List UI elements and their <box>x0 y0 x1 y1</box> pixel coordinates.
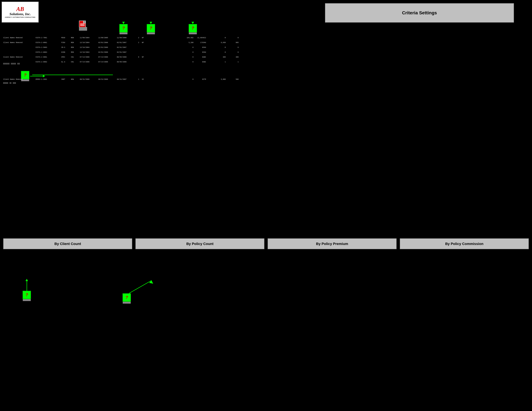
qmark-icon-mid[interactable]: ? <box>21 71 29 79</box>
zero-type: INET <box>61 78 71 80</box>
criteria-settings-bar: Criteria Settings <box>325 3 514 23</box>
date3: 02/01/2007 <box>117 42 135 44</box>
logo-agency: AGENCY AUTOMATION CONSULTING <box>5 17 36 18</box>
arrow-down-2 <box>150 22 152 24</box>
qmark-icon-lower-left[interactable]: ? <box>23 291 31 299</box>
zero-num3: 5,000 <box>213 78 226 80</box>
num4: 0 <box>226 37 238 39</box>
zero-num2: 0 <box>193 78 203 80</box>
date1: 07/14/2006 <box>80 56 98 58</box>
policy-num: VISTA-2-8004 <box>36 51 61 53</box>
by-client-count-label: By Client Count <box>55 242 81 246</box>
doc-lines <box>80 23 85 27</box>
tick-marks-2 <box>3 82 16 84</box>
code: CHU <box>203 47 213 48</box>
client-name: Client Names Removed <box>3 42 36 44</box>
date3: 02/01/2007 <box>117 51 135 53</box>
code: ABI <box>203 61 213 63</box>
num3: 0 <box>213 37 226 39</box>
by-policy-commission-label: By Policy Commission <box>445 242 483 246</box>
qmark-base-3 <box>189 32 197 34</box>
num2: 173 <box>193 42 203 44</box>
zero-status: NEW <box>71 78 80 80</box>
date1: 12/16/2004 <box>80 42 98 44</box>
pol-status: CN1 <box>71 61 80 63</box>
qmark-icon-lower-right[interactable]: ? <box>123 293 131 302</box>
nf: NF <box>142 37 148 39</box>
num1: 0 <box>180 51 193 53</box>
arrow-down-1 <box>122 22 125 24</box>
qmark-2-area: ? <box>147 22 155 34</box>
pol-status: REN <box>71 42 80 44</box>
num1: 0 <box>180 61 193 63</box>
qmark-lower-right: ? <box>123 293 131 304</box>
zero-n1: 1 <box>135 78 142 80</box>
policy-num: VISTA-2-9001 <box>36 56 61 58</box>
qmark-base-1 <box>119 32 127 34</box>
pol-type: PEAO <box>61 37 71 39</box>
pol-status: REN <box>71 47 80 48</box>
date1: 07/14/2006 <box>80 61 98 63</box>
arrow-right-group <box>30 75 45 77</box>
num3: 309 <box>213 56 226 58</box>
num1: 104,582 <box>180 37 193 39</box>
data-table: Client Names Removed VISTA-2-7001 PEAO R… <box>3 36 529 65</box>
by-policy-premium-button[interactable]: By Policy Premium <box>268 238 397 249</box>
code: CHU <box>203 51 213 53</box>
arrow-line-right <box>30 76 43 76</box>
qmark-lower-left: ? <box>23 279 31 301</box>
zero-num4: 500 <box>226 78 238 80</box>
num2: 0 <box>193 61 203 63</box>
code: AC2 <box>203 37 213 39</box>
num3: 0 <box>213 51 226 53</box>
bottom-buttons-bar: By Client Count By Policy Count By Polic… <box>3 238 529 249</box>
qmark-3-area: ? <box>189 22 197 34</box>
arrow-down-3 <box>191 22 194 24</box>
table-row: Client Names Removed VISTA-2-7001 PEAO R… <box>3 36 529 40</box>
by-policy-count-label: By Policy Count <box>186 242 214 246</box>
table-row: Client Names Removed VISTA-2-8001 FIDU R… <box>3 40 529 45</box>
zero-date3: 08/31/2007 <box>117 78 135 80</box>
code: CHU <box>203 42 213 44</box>
date3: 11/09/2006 <box>117 37 135 39</box>
pol-type: FIDU <box>61 42 71 44</box>
num3: 1 <box>213 61 226 63</box>
tick-marks-1 <box>3 63 20 65</box>
criteria-settings-label: Criteria Settings <box>402 10 437 16</box>
num1: 0 <box>180 56 193 58</box>
num1: 0 <box>180 47 193 48</box>
svg-marker-1 <box>149 280 153 284</box>
n1: 2 <box>135 42 142 44</box>
date2: 02/01/2006 <box>98 42 117 44</box>
qmark-1-area: ? <box>119 22 128 34</box>
qmark-icon-2[interactable]: ? <box>147 24 155 32</box>
n1: 2 <box>135 37 142 39</box>
date2: 07/14/2006 <box>98 61 117 63</box>
logo-ab: AB <box>16 6 24 12</box>
pol-status: REN <box>71 51 80 53</box>
pol-type: CR-S <box>61 47 71 48</box>
policy-num: VISTA-2-9002 <box>36 61 61 63</box>
zero-table-row: Client Names Removed ZERO2-1-2001 INET N… <box>3 78 238 80</box>
date2: 07/14/2006 <box>98 56 117 58</box>
zero-policy: ZERO2-1-2001 <box>36 78 61 80</box>
code: ABI <box>203 56 213 58</box>
client-name: Client Names Removed <box>3 56 36 58</box>
by-policy-premium-label: By Policy Premium <box>316 242 348 246</box>
by-client-count-button[interactable]: By Client Count <box>3 238 132 249</box>
svg-line-0 <box>129 280 152 293</box>
num4: 0 <box>226 51 238 53</box>
table-row: Client Names Removed VISTA-2-9001 SPEC C… <box>3 55 529 59</box>
num2: 12,664 <box>193 37 203 39</box>
zero-date2: 08/31/2006 <box>98 78 117 80</box>
num4: 0 <box>226 47 238 48</box>
pol-status: REN <box>71 37 80 39</box>
by-policy-commission-button[interactable]: By Policy Commission <box>400 238 529 249</box>
date1: 12/16/2004 <box>80 51 98 53</box>
num1: 5,288 <box>180 42 193 44</box>
qmark-icon-3[interactable]: ? <box>189 24 197 32</box>
num4: 309 <box>226 56 238 58</box>
scroll-box <box>79 27 87 31</box>
by-policy-count-button[interactable]: By Policy Count <box>135 238 264 249</box>
qmark-icon-1[interactable]: ? <box>119 24 128 32</box>
